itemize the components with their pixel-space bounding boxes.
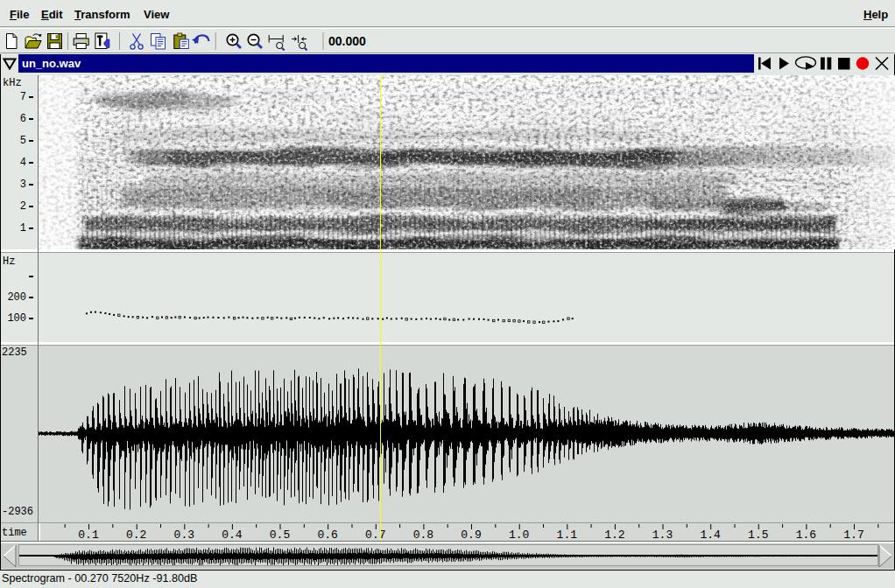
svg-text:1.7: 1.7 <box>843 528 863 541</box>
svg-text:0.1: 0.1 <box>78 528 99 541</box>
svg-text:0.5: 0.5 <box>270 528 290 541</box>
svg-text:0.7: 0.7 <box>365 528 385 541</box>
svg-text:0.2: 0.2 <box>126 528 146 541</box>
svg-text:1.3: 1.3 <box>652 528 673 541</box>
svg-text:0.8: 0.8 <box>413 528 433 541</box>
svg-text:0.6: 0.6 <box>317 528 337 541</box>
svg-text:1.1: 1.1 <box>557 528 578 541</box>
svg-text:00.000: 00.000 <box>328 34 366 48</box>
svg-text:1.6: 1.6 <box>796 528 816 541</box>
svg-text:0.4: 0.4 <box>222 528 243 541</box>
svg-text:1.5: 1.5 <box>748 528 768 541</box>
svg-text:1.4: 1.4 <box>700 528 721 541</box>
svg-text:0.9: 0.9 <box>461 528 481 541</box>
svg-text:0.3: 0.3 <box>174 528 194 541</box>
svg-text:1.0: 1.0 <box>509 528 529 541</box>
svg-text:1.2: 1.2 <box>604 528 624 541</box>
